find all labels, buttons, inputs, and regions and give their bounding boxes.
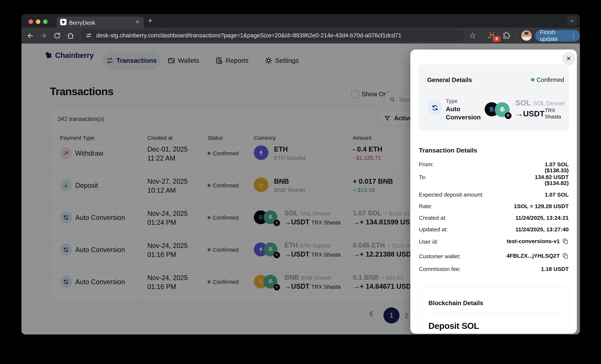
auto-conversion-icon bbox=[428, 100, 442, 115]
deposit-sol-heading: Deposit SOL bbox=[428, 321, 479, 331]
detail-label: Rate: bbox=[419, 203, 432, 210]
avatar-photo bbox=[521, 30, 532, 41]
detail-label: Expected deposit amount: bbox=[419, 192, 484, 198]
status-dot bbox=[531, 78, 534, 81]
finish-update-label: Finish update bbox=[540, 29, 568, 42]
home-icon[interactable] bbox=[67, 32, 75, 40]
detail-label: Created at: bbox=[419, 215, 447, 221]
copy-icon[interactable] bbox=[562, 238, 569, 245]
reload-icon[interactable] bbox=[53, 32, 61, 40]
detail-value-usd: ($138.33) bbox=[545, 167, 569, 174]
browser-menu-icon[interactable]: ⋮ bbox=[571, 32, 577, 39]
finish-update-button[interactable]: Finish update ⋮ bbox=[535, 30, 580, 41]
toolbar-divider bbox=[516, 32, 516, 39]
from-code: SOL bbox=[515, 99, 531, 107]
general-details-card: General Details Confirmed Type Auto Conv… bbox=[418, 64, 569, 131]
detail-value-with-copy: 4FBLZX...jYHLSQ2T bbox=[507, 253, 569, 259]
browser-tab[interactable]: BerryDesk × bbox=[57, 17, 144, 28]
url-text: desk-stg.chainberry.com/dashboard/transa… bbox=[96, 32, 401, 39]
browser-window: BerryDesk × + desk-stg.chainberry.com/da… bbox=[21, 14, 580, 334]
berry-icon bbox=[61, 20, 65, 24]
type-value: Auto Conversion bbox=[446, 105, 484, 121]
detail-label: From: bbox=[419, 161, 433, 168]
minimize-window-button[interactable] bbox=[36, 20, 40, 24]
detail-value: 1.18 USDT bbox=[541, 266, 569, 272]
screen: BerryDesk × + desk-stg.chainberry.com/da… bbox=[0, 0, 601, 364]
detail-label: User id: bbox=[419, 239, 438, 245]
close-icon[interactable]: × bbox=[562, 52, 575, 65]
detail-value: 1.07 SOL bbox=[545, 161, 569, 168]
forward-icon[interactable] bbox=[40, 32, 48, 40]
extensions-icon[interactable] bbox=[502, 31, 511, 39]
type-label: Type bbox=[446, 98, 458, 104]
page-content: Chainberry Transactions Wallets Reports … bbox=[21, 43, 580, 334]
tab-title: BerryDesk bbox=[69, 20, 95, 26]
detail-label: To: bbox=[419, 174, 426, 180]
detail-label: Updated at: bbox=[419, 226, 448, 233]
to-network-line1: TRX bbox=[545, 107, 555, 113]
to-code: →USDT bbox=[515, 109, 544, 118]
address-bar[interactable]: desk-stg.chainberry.com/dashboard/transa… bbox=[81, 30, 464, 41]
profile-avatar[interactable] bbox=[521, 30, 532, 41]
detail-value: 1SOL = 129.28 USDT bbox=[514, 203, 569, 210]
to-network-line2: Shasta bbox=[545, 114, 561, 120]
divider bbox=[428, 314, 561, 314]
detail-value: 4FBLZX...jYHLSQ2T bbox=[507, 253, 560, 259]
tron-badge-icon bbox=[505, 112, 511, 119]
chevron-down-icon bbox=[570, 19, 574, 23]
blockchain-details-title: Blockchain Details bbox=[428, 300, 483, 307]
blockchain-details-card: Blockchain Details Deposit SOL bbox=[418, 287, 570, 334]
status-badge: Confirmed bbox=[537, 76, 564, 83]
browser-toolbar: desk-stg.chainberry.com/dashboard/transa… bbox=[21, 28, 580, 43]
new-tab-button[interactable]: + bbox=[148, 16, 153, 26]
detail-value-with-copy: test-conversions-v1 bbox=[507, 238, 569, 245]
transaction-details-title: Transaction Details bbox=[419, 147, 477, 154]
detail-value: 1.07 SOL bbox=[545, 192, 569, 198]
general-details-title: General Details bbox=[427, 76, 472, 83]
detail-value: 11/24/2025, 13:27:40 bbox=[515, 226, 569, 233]
close-window-button[interactable] bbox=[29, 20, 33, 24]
transaction-detail-panel: × General Details Confirmed Type Auto Co… bbox=[410, 50, 577, 334]
detail-value-usd: ($134.82) bbox=[545, 180, 569, 186]
detail-label: Commission fee: bbox=[419, 266, 461, 272]
tab-strip: BerryDesk × + bbox=[21, 14, 580, 28]
from-network: SOL Devnet bbox=[533, 100, 565, 107]
detail-label: Customer wallet: bbox=[419, 253, 461, 260]
site-info-icon[interactable] bbox=[85, 32, 92, 39]
berrydesk-favicon bbox=[60, 19, 67, 25]
tab-close-icon[interactable]: × bbox=[134, 18, 141, 25]
conversion-from: SOL SOL Devnet bbox=[515, 99, 565, 107]
bookmark-star-icon[interactable]: ☆ bbox=[469, 31, 476, 40]
tab-search-button[interactable] bbox=[567, 16, 577, 26]
detail-value: 11/24/2025, 13:24:21 bbox=[515, 215, 569, 221]
back-icon[interactable] bbox=[26, 32, 34, 40]
extension-badge: 9 bbox=[493, 36, 500, 42]
copy-icon[interactable] bbox=[562, 253, 569, 259]
detail-value: test-conversions-v1 bbox=[507, 238, 560, 244]
zoom-window-button[interactable] bbox=[43, 20, 48, 24]
detail-value: 134.82 USDT bbox=[535, 174, 569, 180]
